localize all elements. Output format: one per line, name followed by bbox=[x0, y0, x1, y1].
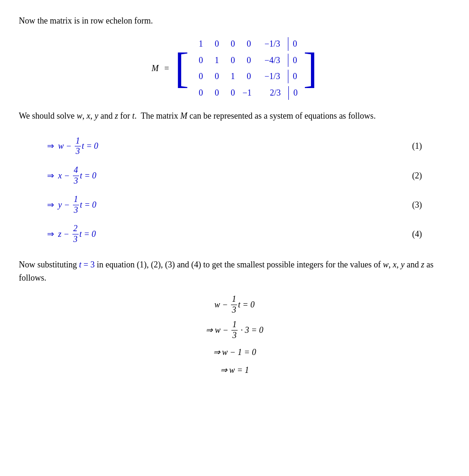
sub-line-4: ⇒ w = 1 bbox=[220, 363, 249, 377]
matrix-row-3: 0 0 1 0 −1/3 0 bbox=[195, 70, 298, 83]
matrix-row-1: 1 0 0 0 −1/3 0 bbox=[195, 37, 298, 51]
equation-3: ⇒ y − 13 t = 0 (3) bbox=[19, 194, 450, 215]
sub-line-2: ⇒ w − 13 · 3 = 0 bbox=[206, 320, 263, 340]
subst-intro-text: Now substituting t = 3 in equation (1), … bbox=[19, 258, 450, 285]
left-bracket: [ bbox=[175, 47, 189, 89]
matrix-display: M = [ 1 0 0 0 −1/3 0 0 1 0 0 −4/3 0 bbox=[19, 37, 450, 100]
equals-sign: = bbox=[164, 62, 169, 75]
matrix-body: 1 0 0 0 −1/3 0 0 1 0 0 −4/3 0 0 0 1 0 bbox=[195, 37, 298, 100]
sub-line-3: ⇒ w − 1 = 0 bbox=[213, 346, 256, 359]
matrix-row-4: 0 0 0 −1 2/3 0 bbox=[195, 86, 298, 100]
right-bracket: ] bbox=[303, 47, 318, 89]
equation-2: ⇒ x − 43 t = 0 (2) bbox=[19, 165, 450, 186]
matrix-row-2: 0 1 0 0 −4/3 0 bbox=[195, 54, 298, 67]
equation-4: ⇒ z − 23 t = 0 (4) bbox=[19, 224, 450, 244]
equation-1: ⇒ w − 13 t = 0 (1) bbox=[19, 136, 450, 157]
solve-text: We should solve w, x, y and z for t. The… bbox=[19, 109, 450, 123]
sub-line-1: w − 13 t = 0 bbox=[215, 294, 254, 315]
matrix-label: M bbox=[151, 62, 159, 75]
substitution-block: w − 13 t = 0 ⇒ w − 13 · 3 = 0 ⇒ w − 1 = … bbox=[19, 294, 450, 377]
intro-text: Now the matrix is in row echelon form. bbox=[19, 14, 450, 28]
